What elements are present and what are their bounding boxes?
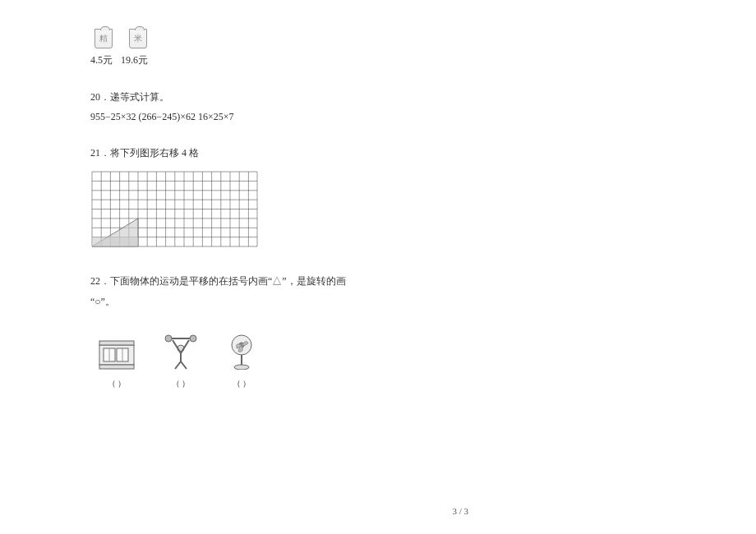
q22-title-line2: “○”。 [90,295,666,309]
q-text: 递等式计算。 [110,91,169,103]
rice-bag-icon: 米 [129,29,147,48]
q-number: 22． [90,275,110,287]
q-text: 下面物体的运动是平移的在括号内画“△”，是旋转的画 [110,275,346,287]
svg-rect-32 [99,365,134,369]
q-number: 20． [90,91,110,103]
bag-label: 米 [134,33,142,44]
q22-item-1: （ ） [99,340,135,389]
svg-point-38 [165,335,172,342]
svg-line-45 [181,361,187,369]
svg-line-44 [175,361,181,369]
q-text: 将下列图形右移 4 格 [110,147,199,159]
q-number: 21． [90,147,110,159]
grid-figure [90,170,259,248]
sugar-bag-icon: 精 [94,29,113,48]
paren-2: （ ） [172,378,191,389]
svg-point-39 [190,335,196,342]
q20-title: 20．递等式计算。 [90,90,666,104]
question-20: 20．递等式计算。 955−25×32 (266−245)×62 16×25×7 [90,90,666,123]
top-bags-row: 精 米 [94,29,666,48]
svg-rect-29 [92,237,138,246]
q22-item-2: （ ） [164,334,197,389]
page-number: 3 / 3 [452,506,468,516]
svg-point-49 [234,365,249,370]
svg-rect-31 [99,341,134,345]
q22-items-row: （ ） （ ） [99,334,666,389]
price-2: 19.6元 [121,53,148,67]
paren-3: （ ） [233,378,251,389]
fan-icon [227,334,256,370]
q21-title: 21．将下列图形右移 4 格 [90,146,666,160]
prices-row: 4.5元 19.6元 [90,53,666,67]
q20-expressions: 955−25×32 (266−245)×62 16×25×7 [90,111,666,123]
q22-item-3: （ ） [227,334,256,389]
question-21: 21．将下列图形右移 4 格 [90,146,666,251]
paren-1: （ ） [108,378,127,389]
q22-title-line1: 22．下面物体的运动是平移的在括号内画“△”，是旋转的画 [90,274,666,288]
weightlifter-icon [164,334,197,370]
window-icon [99,340,135,370]
bag-label: 精 [99,33,108,44]
question-22: 22．下面物体的运动是平移的在括号内画“△”，是旋转的画 “○”。 （ ） [90,274,666,389]
price-1: 4.5元 [90,53,113,67]
